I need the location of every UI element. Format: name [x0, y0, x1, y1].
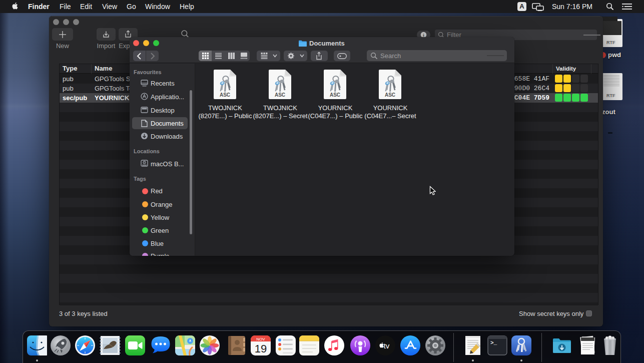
svg-text:19: 19: [255, 342, 267, 355]
svg-text:NOV: NOV: [256, 337, 265, 341]
svg-text:>_: >_: [490, 340, 497, 346]
svg-text:tv: tv: [384, 341, 390, 350]
